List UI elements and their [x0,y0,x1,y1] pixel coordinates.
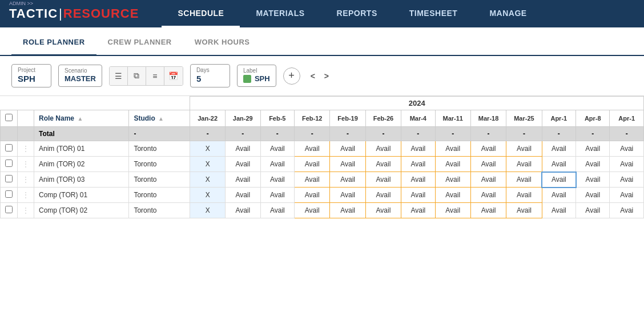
project-field[interactable]: Project SPH [11,64,51,87]
cell-anim-tor-03-col6[interactable]: Avail [401,172,435,188]
cell-anim-tor-01-col1[interactable]: Avail [225,141,260,157]
cell-anim-tor-01-col10[interactable]: Avail [542,141,575,157]
cell-comp-tor-01-col0[interactable]: X [190,188,226,203]
cell-anim-tor-02-col5[interactable]: Avail [365,157,401,172]
select-all-checkbox[interactable] [5,114,13,121]
cell-anim-tor-03-col4[interactable]: Avail [330,172,365,188]
cell-anim-tor-03-col2[interactable]: Avail [260,172,294,188]
cell-comp-tor-02-col0[interactable]: X [190,203,226,218]
studio-comp-tor-01: Toronto [129,188,190,203]
cell-comp-tor-01-col11[interactable]: Avail [576,188,610,203]
cell-anim-tor-03-col7[interactable]: Avail [435,172,470,188]
next-arrow-btn[interactable]: > [321,70,332,82]
stack-view-btn[interactable]: ≡ [146,67,164,85]
cell-comp-tor-01-col6[interactable]: Avail [401,188,435,203]
cell-comp-tor-02-col1[interactable]: Avail [225,203,260,218]
tab-crew-planner[interactable]: CREW PLANNER [96,27,183,56]
cell-anim-tor-01-col0[interactable]: X [190,141,226,157]
cell-comp-tor-01-col1[interactable]: Avail [225,188,260,203]
cell-comp-tor-02-col3[interactable]: Avail [295,203,330,218]
studio-comp-tor-02: Toronto [129,203,190,218]
tab-role-planner[interactable]: ROLE PLANNER [11,27,96,56]
cell-comp-tor-01-col9[interactable]: Avail [506,188,542,203]
cell-anim-tor-02-col2[interactable]: Avail [260,157,294,172]
cell-anim-tor-03-col12[interactable]: Avai [610,172,644,188]
drag-anim-tor-01: ⋮ [18,141,34,157]
col-check [1,110,18,127]
calendar-view-btn[interactable]: 📅 [164,67,183,85]
cell-anim-tor-02-col8[interactable]: Avail [470,157,506,172]
cell-anim-tor-03-col8[interactable]: Avail [470,172,506,188]
cell-comp-tor-02-col9[interactable]: Avail [506,203,542,218]
nav-timesheet[interactable]: TIMESHEET [393,0,474,27]
cell-anim-tor-02-col12[interactable]: Avai [610,157,644,172]
nav-schedule[interactable]: SCHEDULE [162,0,240,27]
cell-anim-tor-02-col10[interactable]: Avail [542,157,575,172]
checkbox-comp-tor-01[interactable] [5,190,13,198]
cell-anim-tor-01-col6[interactable]: Avail [401,141,435,157]
total-jan22: - [190,127,226,141]
cell-anim-tor-03-col5[interactable]: Avail [365,172,401,188]
cell-comp-tor-01-col7[interactable]: Avail [435,188,470,203]
checkbox-anim-tor-01[interactable] [5,144,13,151]
cell-comp-tor-01-col2[interactable]: Avail [260,188,294,203]
cell-comp-tor-02-col7[interactable]: Avail [435,203,470,218]
nav-reports[interactable]: REPORTS [321,0,393,27]
cell-comp-tor-02-col5[interactable]: Avail [365,203,401,218]
cell-anim-tor-01-col3[interactable]: Avail [295,141,330,157]
layer-view-btn[interactable]: ⧉ [128,67,146,85]
cell-comp-tor-02-col10[interactable]: Avail [542,203,575,218]
nav-items: SCHEDULE MATERIALS REPORTS TIMESHEET MAN… [162,0,635,27]
label-field[interactable]: Label SPH [237,65,276,87]
cell-anim-tor-01-col8[interactable]: Avail [470,141,506,157]
cell-anim-tor-02-col1[interactable]: Avail [225,157,260,172]
cell-anim-tor-01-col9[interactable]: Avail [506,141,542,157]
cell-anim-tor-03-col11[interactable]: Avail [576,172,610,188]
cell-comp-tor-02-col2[interactable]: Avail [260,203,294,218]
cell-anim-tor-03-col0[interactable]: X [190,172,226,188]
cell-anim-tor-02-col11[interactable]: Avail [576,157,610,172]
cell-anim-tor-02-col4[interactable]: Avail [330,157,365,172]
list-view-btn[interactable]: ☰ [110,67,128,85]
checkbox-anim-tor-03[interactable] [5,175,13,182]
days-field[interactable]: Days 5 [190,64,230,87]
cell-anim-tor-01-col12[interactable]: Avai [610,141,644,157]
cell-comp-tor-01-col4[interactable]: Avail [330,188,365,203]
checkbox-anim-tor-02[interactable] [5,160,13,167]
cell-comp-tor-01-col12[interactable]: Avai [610,188,644,203]
cell-anim-tor-03-col3[interactable]: Avail [295,172,330,188]
cell-comp-tor-02-col12[interactable]: Avai [610,203,644,218]
total-label: Total [34,127,129,141]
cell-anim-tor-02-col6[interactable]: Avail [401,157,435,172]
cell-comp-tor-01-col8[interactable]: Avail [470,188,506,203]
cell-anim-tor-01-col11[interactable]: Avail [576,141,610,157]
cell-anim-tor-01-col7[interactable]: Avail [435,141,470,157]
nav-materials[interactable]: MATERIALS [240,0,320,27]
col-jan22: Jan-22 [190,110,226,127]
cell-comp-tor-02-col8[interactable]: Avail [470,203,506,218]
cell-anim-tor-01-col5[interactable]: Avail [365,141,401,157]
checkbox-comp-tor-02[interactable] [5,206,13,213]
cell-anim-tor-03-col10[interactable]: Avail [542,172,575,188]
cell-anim-tor-02-col9[interactable]: Avail [506,157,542,172]
cell-comp-tor-01-col5[interactable]: Avail [365,188,401,203]
cell-anim-tor-03-col1[interactable]: Avail [225,172,260,188]
cell-anim-tor-02-col3[interactable]: Avail [295,157,330,172]
tab-work-hours[interactable]: WORK HOURS [183,27,261,56]
cell-anim-tor-01-col2[interactable]: Avail [260,141,294,157]
cell-comp-tor-02-col11[interactable]: Avail [576,203,610,218]
cell-comp-tor-02-col4[interactable]: Avail [330,203,365,218]
cell-anim-tor-01-col4[interactable]: Avail [330,141,365,157]
cell-comp-tor-01-col3[interactable]: Avail [295,188,330,203]
cell-anim-tor-02-col0[interactable]: X [190,157,226,172]
table-row: ⋮Anim (TOR) 03TorontoXAvailAvailAvailAva… [1,172,644,188]
cell-anim-tor-03-col9[interactable]: Avail [506,172,542,188]
scenario-field[interactable]: Scenario MASTER [58,65,102,87]
cell-comp-tor-02-col6[interactable]: Avail [401,203,435,218]
cell-comp-tor-01-col10[interactable]: Avail [542,188,575,203]
cell-anim-tor-02-col7[interactable]: Avail [435,157,470,172]
nav-manage[interactable]: MANAGE [473,0,542,27]
col-apr8: Apr-8 [576,110,610,127]
prev-arrow-btn[interactable]: < [307,70,319,82]
add-label-btn[interactable]: + [283,67,300,85]
